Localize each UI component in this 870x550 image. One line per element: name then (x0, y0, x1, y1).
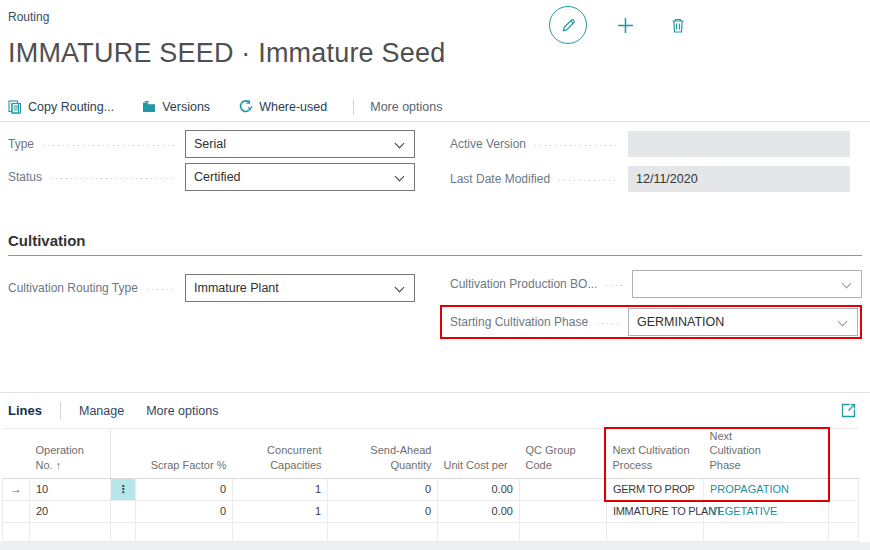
versions-button[interactable]: Versions (142, 100, 210, 114)
cell-operation-no[interactable]: 20 (30, 500, 111, 522)
column-header-unit-cost-per[interactable]: Unit Cost per (438, 429, 520, 479)
table-header-row: Operation No. ↑ Scrap Factor % Concurren… (3, 429, 859, 479)
dotted-leader (51, 178, 175, 179)
spare-cell (829, 500, 859, 522)
cell-qc-group-code[interactable] (520, 500, 607, 522)
status-select[interactable]: Certified (185, 163, 415, 191)
bottom-scroll-strip (0, 542, 870, 550)
cell-concurrent-capacities[interactable]: 1 (233, 500, 328, 522)
cultivation-production-bom-field: Cultivation Production BO... (450, 270, 862, 298)
type-label: Type (8, 137, 34, 151)
pencil-icon (560, 17, 577, 34)
row-options-cell[interactable] (111, 522, 136, 541)
copy-icon (8, 100, 22, 114)
last-date-modified-label: Last Date Modified (450, 172, 550, 186)
toolbar-divider (353, 99, 354, 115)
row-options-button[interactable]: ⋮ (111, 478, 136, 500)
cultivation-routing-type-select[interactable]: Immature Plant (185, 274, 415, 302)
cell-unit-cost-per[interactable] (438, 522, 520, 541)
column-header-operation-no[interactable]: Operation No. ↑ (30, 429, 111, 479)
cell-operation-no[interactable]: 10 (30, 478, 111, 500)
next-cultivation-phase-link[interactable]: PROPAGATION (710, 483, 789, 495)
cell-scrap-factor[interactable] (136, 522, 233, 541)
more-options-label: More options (370, 100, 442, 114)
type-field: Type Serial (8, 130, 415, 158)
cultivation-routing-type-value: Immature Plant (194, 281, 279, 295)
cell-qc-group-code[interactable] (520, 478, 607, 500)
delete-button[interactable] (666, 13, 690, 37)
starting-cultivation-phase-value: GERMINATION (637, 315, 724, 329)
row-options-header (111, 429, 136, 479)
table-row: 20 0 1 0 0.00 IMMATURE TO PLANT VEGETATI… (3, 500, 859, 522)
starting-cultivation-phase-highlight-box: Starting Cultivation Phase GERMINATION (440, 305, 862, 339)
versions-label: Versions (162, 100, 210, 114)
chevron-down-icon (395, 283, 405, 293)
cultivation-routing-type-label: Cultivation Routing Type (8, 281, 138, 295)
next-cultivation-phase-link[interactable]: VEGETATIVE (710, 505, 777, 517)
where-used-button[interactable]: Where-used (238, 99, 327, 114)
plus-icon (616, 16, 635, 35)
dotted-leader (597, 323, 618, 324)
dotted-leader (43, 145, 175, 146)
cell-qc-group-code[interactable] (520, 522, 607, 541)
row-selector-header (3, 429, 30, 479)
cell-next-cultivation-phase: VEGETATIVE (704, 500, 829, 522)
column-header-send-ahead-quantity[interactable]: Send-Ahead Quantity (328, 429, 438, 479)
edit-button[interactable] (549, 6, 587, 44)
lines-divider (60, 402, 61, 419)
last-date-modified-input: 12/11/2020 (628, 166, 850, 192)
chevron-down-icon (395, 172, 405, 182)
cell-send-ahead-quantity[interactable]: 0 (328, 478, 438, 500)
open-in-new-window-button[interactable] (841, 403, 856, 418)
column-header-qc-group-code[interactable]: QC Group Code (520, 429, 607, 479)
dotted-leader (606, 285, 622, 286)
cell-send-ahead-quantity[interactable]: 0 (328, 500, 438, 522)
cultivation-fields-left: Cultivation Routing Type Immature Plant (8, 274, 415, 307)
starting-cultivation-phase-label: Starting Cultivation Phase (450, 315, 588, 329)
type-select[interactable]: Serial (185, 130, 415, 158)
spare-cell (829, 478, 859, 500)
status-field: Status Certified (8, 163, 415, 191)
cell-send-ahead-quantity[interactable] (328, 522, 438, 541)
cell-unit-cost-per[interactable]: 0.00 (438, 500, 520, 522)
column-header-concurrent-capacities[interactable]: Concurrent Capacities (233, 429, 328, 479)
status-value: Certified (194, 170, 241, 184)
cell-next-cultivation-phase: PROPAGATION (704, 478, 829, 500)
dotted-leader (559, 180, 618, 181)
cell-concurrent-capacities[interactable]: 1 (233, 478, 328, 500)
row-selector-cell (3, 500, 30, 522)
chevron-down-icon (395, 139, 405, 149)
lines-manage-button[interactable]: Manage (79, 404, 124, 418)
column-header-next-cultivation-process[interactable]: Next Cultivation Process (607, 429, 704, 479)
cell-next-cultivation-process[interactable]: GERM TO PROP (607, 478, 704, 500)
cell-next-cultivation-process[interactable] (607, 522, 704, 541)
spare-column-header (829, 429, 859, 479)
action-toolbar: Copy Routing... Versions Where-used (0, 92, 870, 122)
cell-next-cultivation-process[interactable]: IMMATURE TO PLANT (607, 500, 704, 522)
active-version-label: Active Version (450, 137, 526, 151)
cultivation-fields-right: Cultivation Production BO... Starting Cu… (450, 270, 862, 339)
row-options-cell[interactable] (111, 500, 136, 522)
lines-table: Operation No. ↑ Scrap Factor % Concurren… (2, 428, 858, 542)
cell-scrap-factor[interactable]: 0 (136, 500, 233, 522)
cell-next-cultivation-phase[interactable] (704, 522, 829, 541)
cell-concurrent-capacities[interactable] (233, 522, 328, 541)
cell-operation-no[interactable] (30, 522, 111, 541)
column-header-next-cultivation-phase[interactable]: Next Cultivation Phase (704, 429, 829, 479)
trash-icon (670, 17, 686, 34)
header-actions (549, 6, 690, 44)
copy-routing-button[interactable]: Copy Routing... (8, 100, 114, 114)
starting-cultivation-phase-combobox[interactable]: GERMINATION (628, 308, 858, 336)
lines-more-options-button[interactable]: More options (146, 404, 218, 418)
column-header-scrap-factor[interactable]: Scrap Factor % (136, 429, 233, 479)
more-options-button[interactable]: More options (370, 100, 442, 114)
dotted-leader (147, 289, 175, 290)
row-selector-cell (3, 522, 30, 541)
cell-scrap-factor[interactable]: 0 (136, 478, 233, 500)
cultivation-production-bom-label: Cultivation Production BO... (450, 277, 597, 291)
lines-part-header: Lines Manage More options (0, 392, 870, 428)
cell-unit-cost-per[interactable]: 0.00 (438, 478, 520, 500)
table-row: → 10 ⋮ 0 1 0 0.00 GERM TO PROP PROPAGATI… (3, 478, 859, 500)
new-button[interactable] (613, 13, 637, 37)
cultivation-production-bom-combobox[interactable] (632, 270, 862, 298)
